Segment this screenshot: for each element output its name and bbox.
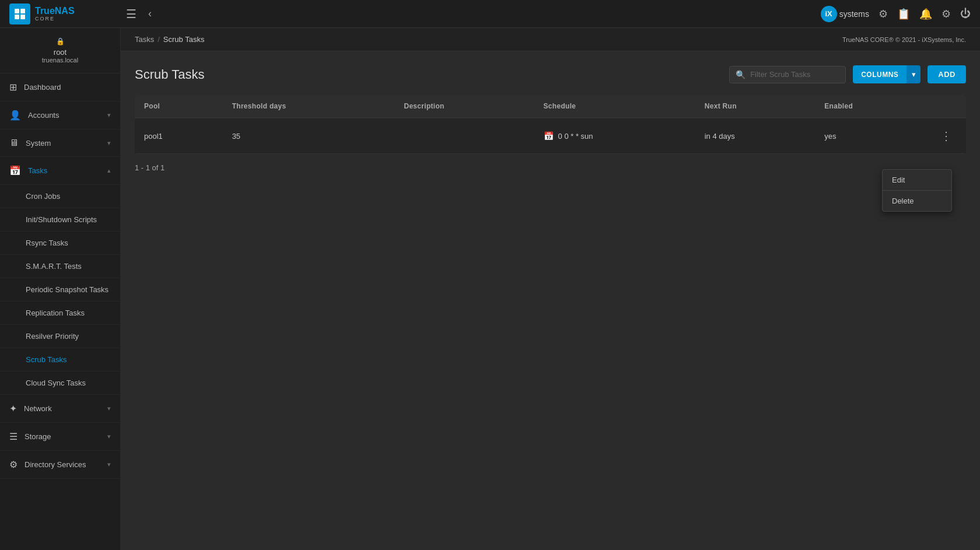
storage-arrow: ▾ (107, 433, 111, 440)
svg-rect-3 (20, 15, 25, 19)
table-header: Pool Threshold days Description Schedule… (135, 95, 966, 118)
dir-services-arrow: ▾ (107, 461, 111, 468)
add-button[interactable]: ADD (928, 65, 966, 83)
sidebar-item-accounts[interactable]: 👤 Accounts ▾ (0, 101, 120, 129)
copyright: TrueNAS CORE® © 2021 - iXSystems, Inc. (842, 36, 966, 43)
chevron-down-icon: ▾ (912, 70, 916, 79)
back-icon[interactable]: ‹ (148, 8, 152, 20)
logo-name: TrueNAS (35, 6, 75, 16)
context-menu-item-edit[interactable]: Edit (883, 170, 951, 191)
resilver-priority-label: Resilver Priority (26, 332, 79, 341)
sidebar-item-network[interactable]: ✦ Network ▾ (0, 395, 120, 423)
body-layout: 🔒 root truenas.local ⊞ Dashboard 👤 Accou… (0, 28, 980, 550)
cell-threshold: 35 (223, 118, 395, 154)
sidebar-item-label-accounts: Accounts (28, 111, 59, 120)
replication-tasks-label: Replication Tasks (26, 309, 85, 317)
sidebar-item-replication-tasks[interactable]: Replication Tasks (0, 302, 120, 325)
sidebar-item-init-shutdown[interactable]: Init/Shutdown Scripts (0, 208, 120, 232)
sidebar-item-resilver-priority[interactable]: Resilver Priority (0, 325, 120, 348)
sidebar: 🔒 root truenas.local ⊞ Dashboard 👤 Accou… (0, 28, 121, 550)
logo-text-area: TrueNAS CORE (35, 6, 75, 22)
trident-icon[interactable]: ⚙ (878, 8, 888, 20)
cell-next-run: in 4 days (695, 118, 816, 154)
breadcrumb-parent[interactable]: Tasks (135, 35, 154, 44)
sidebar-item-periodic-snapshot[interactable]: Periodic Snapshot Tasks (0, 278, 120, 302)
sidebar-item-cloud-sync-tasks[interactable]: Cloud Sync Tasks (0, 372, 120, 395)
sidebar-item-label-storage: Storage (24, 432, 51, 441)
cloud-sync-tasks-label: Cloud Sync Tasks (26, 379, 86, 387)
bell-icon[interactable]: 🔔 (919, 8, 932, 20)
search-input[interactable] (750, 70, 839, 79)
sidebar-item-system[interactable]: 🖥 System ▾ (0, 129, 120, 157)
row-action-button[interactable]: ⋮ (936, 127, 957, 145)
periodic-snapshot-label: Periodic Snapshot Tasks (26, 285, 108, 294)
page-title: Scrub Tasks (135, 67, 204, 82)
sidebar-item-dashboard[interactable]: ⊞ Dashboard (0, 73, 120, 101)
page-actions: 🔍 COLUMNS ▾ ADD (729, 65, 966, 83)
storage-icon: ☰ (9, 431, 18, 442)
search-icon: 🔍 (736, 70, 746, 79)
sidebar-item-rsync-tasks[interactable]: Rsync Tasks (0, 232, 120, 255)
accounts-icon: 👤 (9, 110, 21, 121)
context-menu: Edit Delete (882, 169, 952, 212)
col-description: Description (394, 95, 534, 118)
sidebar-item-smart-tests[interactable]: S.M.A.R.T. Tests (0, 255, 120, 278)
sidebar-item-tasks[interactable]: 📅 Tasks ▴ (0, 157, 120, 185)
col-pool: Pool (135, 95, 223, 118)
columns-dropdown-button[interactable]: ▾ (907, 65, 921, 83)
smart-tests-label: S.M.A.R.T. Tests (26, 262, 82, 271)
cell-actions: ⋮ (926, 118, 966, 154)
col-next-run: Next Run (695, 95, 816, 118)
logo-sub: CORE (35, 16, 75, 22)
ix-icon: iX (821, 6, 837, 22)
cell-pool: pool1 (135, 118, 223, 154)
svg-rect-0 (15, 9, 19, 13)
tasks-icon: 📅 (9, 165, 21, 176)
main-content: Tasks / Scrub Tasks TrueNAS CORE® © 2021… (121, 28, 980, 550)
sidebar-item-label-network: Network (24, 404, 52, 413)
cell-enabled: yes (815, 118, 926, 154)
svg-rect-2 (15, 15, 19, 19)
dashboard-icon: ⊞ (9, 82, 17, 93)
sidebar-item-directory-services[interactable]: ⚙ Directory Services ▾ (0, 451, 120, 479)
document-icon[interactable]: 📋 (897, 8, 910, 20)
system-icon: 🖥 (9, 138, 19, 148)
sidebar-item-label-system: System (26, 139, 51, 148)
col-actions (926, 95, 966, 118)
user-host: truenas.local (42, 57, 78, 64)
rsync-tasks-label: Rsync Tasks (26, 239, 68, 247)
breadcrumb-bar: Tasks / Scrub Tasks TrueNAS CORE® © 2021… (121, 28, 980, 51)
breadcrumb-current: Scrub Tasks (163, 35, 205, 44)
sidebar-item-scrub-tasks[interactable]: Scrub Tasks (0, 348, 120, 372)
col-schedule: Schedule (534, 95, 695, 118)
ix-text: systems (839, 9, 869, 19)
user-name: root (54, 48, 66, 57)
page-content: Scrub Tasks 🔍 COLUMNS ▾ ADD (121, 51, 980, 550)
context-menu-item-delete[interactable]: Delete (883, 191, 951, 211)
power-icon[interactable]: ⏻ (960, 8, 971, 20)
tasks-arrow: ▴ (107, 167, 111, 174)
scrub-tasks-table: Pool Threshold days Description Schedule… (135, 95, 966, 154)
topnav-right: iX systems ⚙ 📋 🔔 ⚙ ⏻ (821, 6, 971, 22)
sidebar-item-cron-jobs[interactable]: Cron Jobs (0, 185, 120, 208)
pagination: 1 - 1 of 1 (135, 163, 966, 172)
sidebar-item-label-dashboard: Dashboard (24, 83, 61, 92)
breadcrumb-sep: / (158, 35, 160, 44)
calendar-icon: 📅 (544, 131, 554, 141)
columns-button[interactable]: COLUMNS (853, 65, 907, 83)
init-shutdown-label: Init/Shutdown Scripts (26, 215, 97, 224)
search-box: 🔍 (729, 66, 846, 83)
settings-icon[interactable]: ⚙ (942, 8, 951, 20)
network-arrow: ▾ (107, 405, 111, 412)
topnav: TrueNAS CORE ☰ ‹ iX systems ⚙ 📋 🔔 ⚙ ⏻ (0, 0, 980, 28)
network-icon: ✦ (9, 403, 17, 414)
sidebar-item-label-directory-services: Directory Services (24, 460, 86, 469)
accounts-arrow: ▾ (107, 111, 111, 119)
cron-jobs-label: Cron Jobs (26, 192, 60, 201)
columns-button-group: COLUMNS ▾ (853, 65, 921, 83)
hamburger-icon[interactable]: ☰ (126, 7, 136, 21)
col-threshold: Threshold days (223, 95, 395, 118)
svg-rect-1 (20, 9, 25, 13)
sidebar-item-storage[interactable]: ☰ Storage ▾ (0, 423, 120, 451)
cell-description (394, 118, 534, 154)
